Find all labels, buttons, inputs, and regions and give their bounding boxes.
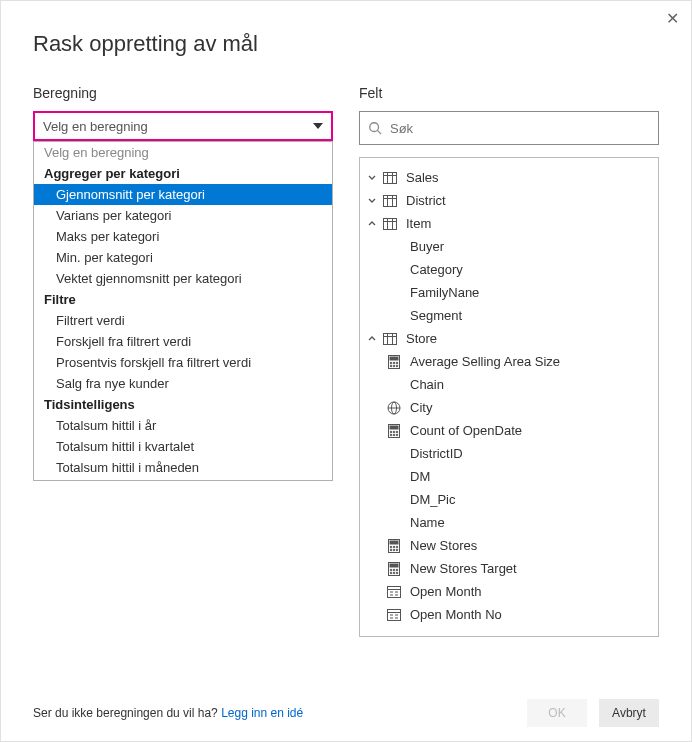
search-input[interactable] <box>390 121 650 136</box>
calc-dropdown-placeholder[interactable]: Velg en beregning <box>34 142 332 163</box>
calc-option[interactable]: Maks per kategori <box>34 226 332 247</box>
blank-icon <box>386 308 402 324</box>
calc-option[interactable]: Salg fra nye kunder <box>34 373 332 394</box>
svg-rect-14 <box>384 333 397 344</box>
svg-point-0 <box>370 123 379 132</box>
fields-tree[interactable]: SalesDistrictItemBuyerCategoryFamilyNane… <box>359 157 659 637</box>
tree-node-label: Store <box>406 331 437 346</box>
tree-field-node[interactable]: Buyer <box>360 235 658 258</box>
close-icon[interactable]: ✕ <box>666 9 679 28</box>
calc-option[interactable]: Totalsum hittil i kvartalet <box>34 436 332 457</box>
calc-icon <box>386 561 402 577</box>
chevron-down-icon[interactable] <box>368 174 378 182</box>
tree-field-node[interactable]: Count of OpenDate <box>360 419 658 442</box>
suggest-idea-link[interactable]: Legg inn en idé <box>221 706 303 720</box>
blank-icon <box>386 377 402 393</box>
tree-node-label: District <box>406 193 446 208</box>
tree-node-label: DistrictID <box>410 446 463 461</box>
calc-dropdown[interactable]: Velg en beregningAggreger per kategoriGj… <box>33 141 333 481</box>
tree-field-node[interactable]: DistrictID <box>360 442 658 465</box>
chevron-down-icon[interactable] <box>368 197 378 205</box>
svg-rect-38 <box>390 541 398 544</box>
blank-icon <box>386 446 402 462</box>
tree-field-node[interactable]: Open Month <box>360 580 658 603</box>
table-icon <box>382 170 398 186</box>
calc-option[interactable]: Forskjell fra filtrert verdi <box>34 331 332 352</box>
tree-field-node[interactable]: DM_Pic <box>360 488 658 511</box>
tree-node-label: Chain <box>410 377 444 392</box>
svg-point-40 <box>393 546 395 548</box>
svg-rect-2 <box>384 172 397 183</box>
tree-field-node[interactable]: Category <box>360 258 658 281</box>
svg-point-52 <box>396 572 398 574</box>
tree-node-label: Item <box>406 216 431 231</box>
svg-rect-30 <box>390 426 398 429</box>
ok-button[interactable]: OK <box>527 699 587 727</box>
tree-field-node[interactable]: Name <box>360 511 658 534</box>
svg-rect-53 <box>388 586 401 597</box>
calc-option[interactable]: Min. per kategori <box>34 247 332 268</box>
tree-node-label: DM <box>410 469 430 484</box>
svg-point-50 <box>390 572 392 574</box>
tree-node-label: Category <box>410 262 463 277</box>
svg-point-32 <box>393 431 395 433</box>
tree-node-label: Open Month No <box>410 607 502 622</box>
tree-field-node[interactable]: New Stores <box>360 534 658 557</box>
svg-point-41 <box>396 546 398 548</box>
svg-rect-46 <box>390 564 398 567</box>
svg-rect-10 <box>384 218 397 229</box>
svg-point-35 <box>393 434 395 436</box>
globe-icon <box>386 400 402 416</box>
search-box[interactable] <box>359 111 659 145</box>
tree-field-node[interactable]: City <box>360 396 658 419</box>
svg-point-44 <box>396 549 398 551</box>
tree-table-node[interactable]: Item <box>360 212 658 235</box>
calc-option[interactable]: Prosentvis forskjell fra filtrert verdi <box>34 352 332 373</box>
tree-field-node[interactable]: Open Month No <box>360 603 658 626</box>
hier-icon <box>386 584 402 600</box>
tree-field-node[interactable]: FamilyNane <box>360 281 658 304</box>
svg-point-22 <box>396 362 398 364</box>
blank-icon <box>386 262 402 278</box>
tree-field-node[interactable]: Average Selling Area Size <box>360 350 658 373</box>
svg-point-24 <box>393 365 395 367</box>
chevron-up-icon[interactable] <box>368 335 378 343</box>
calc-option[interactable]: Gjennomsnitt per kategori <box>34 184 332 205</box>
blank-icon <box>386 469 402 485</box>
tree-node-label: New Stores <box>410 538 477 553</box>
calc-group-header: Aggreger per kategori <box>34 163 332 184</box>
tree-node-label: Average Selling Area Size <box>410 354 560 369</box>
calc-option[interactable]: Vektet gjennomsnitt per kategori <box>34 268 332 289</box>
tree-node-label: City <box>410 400 432 415</box>
svg-point-43 <box>393 549 395 551</box>
svg-point-51 <box>393 572 395 574</box>
svg-point-23 <box>390 365 392 367</box>
tree-table-node[interactable]: District <box>360 189 658 212</box>
chevron-up-icon[interactable] <box>368 220 378 228</box>
calc-option[interactable]: Totalsum hittil i år <box>34 415 332 436</box>
tree-table-node[interactable]: Sales <box>360 166 658 189</box>
cancel-button[interactable]: Avbryt <box>599 699 659 727</box>
calc-select[interactable]: Velg en beregning <box>33 111 333 141</box>
svg-point-34 <box>390 434 392 436</box>
tree-node-label: Buyer <box>410 239 444 254</box>
calc-icon <box>386 354 402 370</box>
calc-option[interactable]: Endring fra år til år <box>34 478 332 481</box>
tree-field-node[interactable]: Chain <box>360 373 658 396</box>
svg-point-42 <box>390 549 392 551</box>
fields-section-label: Felt <box>359 85 659 101</box>
calc-option[interactable]: Totalsum hittil i måneden <box>34 457 332 478</box>
tree-table-node[interactable]: Store <box>360 327 658 350</box>
dialog-title: Rask oppretting av mål <box>33 31 659 57</box>
calc-option[interactable]: Filtrert verdi <box>34 310 332 331</box>
calc-option[interactable]: Varians per kategori <box>34 205 332 226</box>
tree-field-node[interactable]: DM <box>360 465 658 488</box>
search-icon <box>368 121 382 135</box>
tree-field-node[interactable]: Segment <box>360 304 658 327</box>
svg-point-21 <box>393 362 395 364</box>
tree-node-label: DM_Pic <box>410 492 456 507</box>
svg-point-25 <box>396 365 398 367</box>
blank-icon <box>386 285 402 301</box>
tree-field-node[interactable]: New Stores Target <box>360 557 658 580</box>
svg-point-20 <box>390 362 392 364</box>
